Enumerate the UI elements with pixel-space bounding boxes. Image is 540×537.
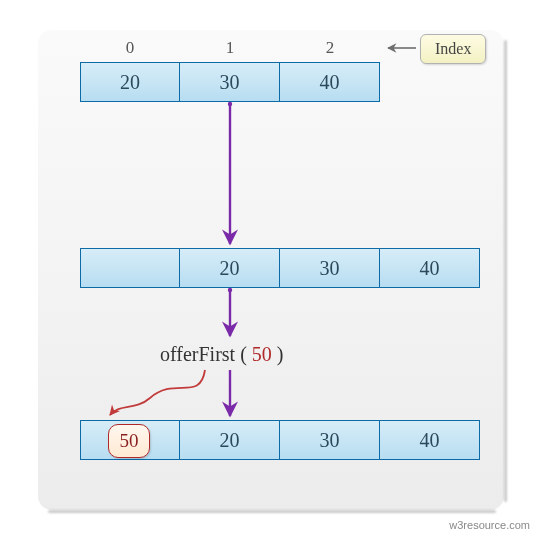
panel-shadow <box>504 40 507 502</box>
cell: 30 <box>280 248 380 288</box>
panel-shadow <box>48 510 496 513</box>
cell: 20 <box>180 248 280 288</box>
deque-row-initial: 20 30 40 <box>80 62 380 102</box>
new-value-pill: 50 <box>108 424 150 458</box>
cell: 40 <box>280 62 380 102</box>
method-call-label: offerFirst ( 50 ) <box>160 343 284 366</box>
paren-close: ) <box>272 343 284 365</box>
method-arg: 50 <box>252 343 272 365</box>
cell: 30 <box>180 62 280 102</box>
index-label-0: 0 <box>80 38 180 58</box>
cell: 20 <box>80 62 180 102</box>
index-tag: Index <box>420 34 486 64</box>
cell-empty <box>80 248 180 288</box>
cell: 30 <box>280 420 380 460</box>
watermark: w3resource.com <box>449 519 530 531</box>
method-name: offerFirst <box>160 343 235 365</box>
diagram-stage: 0 1 2 Index 20 30 40 20 30 40 offerFirst… <box>0 0 540 537</box>
cell: 40 <box>380 420 480 460</box>
index-label-1: 1 <box>180 38 280 58</box>
cell: 20 <box>180 420 280 460</box>
deque-row-shifted: 20 30 40 <box>80 248 480 288</box>
paren-open: ( <box>235 343 252 365</box>
cell: 40 <box>380 248 480 288</box>
index-label-2: 2 <box>280 38 380 58</box>
